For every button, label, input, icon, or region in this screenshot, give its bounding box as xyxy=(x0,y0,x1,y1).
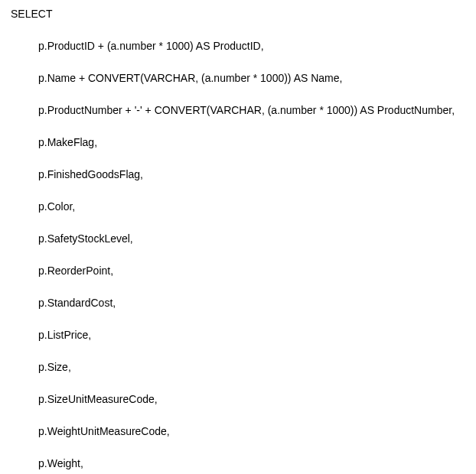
code-line: p.SizeUnitMeasureCode, xyxy=(11,391,465,407)
code-line: p.SafetyStockLevel, xyxy=(11,231,465,247)
code-line: p.WeightUnitMeasureCode, xyxy=(11,424,465,440)
code-line: p.FinishedGoodsFlag, xyxy=(11,167,465,183)
code-line: p.Name + CONVERT(VARCHAR, (a.number * 10… xyxy=(11,70,465,86)
code-line: p.ListPrice, xyxy=(11,327,465,343)
code-line: p.Weight, xyxy=(11,456,465,472)
code-line: p.StandardCost, xyxy=(11,295,465,311)
code-line: p.Size, xyxy=(11,359,465,375)
code-line: p.Color, xyxy=(11,199,465,215)
sql-code-block: SELECT p.ProductID + (a.number * 1000) A… xyxy=(11,6,465,474)
code-line: SELECT xyxy=(11,6,465,22)
code-line: p.ReorderPoint, xyxy=(11,263,465,279)
code-line: p.ProductID + (a.number * 1000) AS Produ… xyxy=(11,38,465,54)
code-line: p.MakeFlag, xyxy=(11,135,465,151)
code-line: p.ProductNumber + '-' + CONVERT(VARCHAR,… xyxy=(11,102,465,118)
